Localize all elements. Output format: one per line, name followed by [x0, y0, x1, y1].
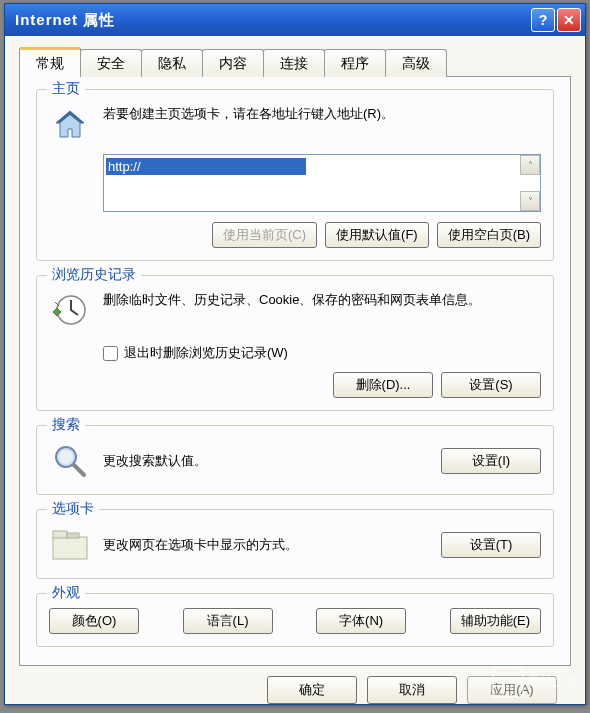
watermark-icon: ⌂: [492, 666, 524, 698]
help-button[interactable]: ?: [531, 8, 555, 32]
ok-button[interactable]: 确定: [267, 676, 357, 704]
tab-connections[interactable]: 连接: [263, 49, 325, 77]
use-default-button[interactable]: 使用默认值(F): [325, 222, 429, 248]
scroll-down-button[interactable]: ˅: [520, 191, 540, 211]
history-legend: 浏览历史记录: [47, 266, 141, 284]
appearance-group: 外观 颜色(O) 语言(L) 字体(N) 辅助功能(E): [36, 593, 554, 647]
language-button[interactable]: 语言(L): [183, 608, 273, 634]
homepage-instruction: 若要创建主页选项卡，请在各地址行键入地址(R)。: [103, 104, 541, 124]
svg-point-2: [59, 450, 73, 464]
tab-advanced[interactable]: 高级: [385, 49, 447, 77]
svg-rect-3: [53, 537, 87, 559]
appearance-legend: 外观: [47, 584, 85, 602]
scroll-up-button[interactable]: ˄: [520, 155, 540, 175]
tabs-icon: [49, 524, 91, 566]
cancel-button[interactable]: 取消: [367, 676, 457, 704]
search-icon: [49, 440, 91, 482]
home-icon: [49, 104, 91, 146]
titlebar[interactable]: Internet 属性 ? ✕: [5, 4, 585, 36]
search-instruction: 更改搜索默认值。: [103, 451, 429, 471]
history-instruction: 删除临时文件、历史记录、Cookie、保存的密码和网页表单信息。: [103, 290, 541, 310]
accessibility-button[interactable]: 辅助功能(E): [450, 608, 541, 634]
fonts-button[interactable]: 字体(N): [316, 608, 406, 634]
homepage-group: 主页 若要创建主页选项卡，请在各地址行键入地址(R)。 ˄ ˅ 使用当前页(C)…: [36, 89, 554, 261]
watermark: ⌂ 系统之家: [492, 666, 580, 698]
svg-rect-4: [53, 531, 67, 538]
tabs-legend: 选项卡: [47, 500, 99, 518]
tab-programs[interactable]: 程序: [324, 49, 386, 77]
delete-on-exit-checkbox[interactable]: [103, 346, 118, 361]
search-settings-button[interactable]: 设置(I): [441, 448, 541, 474]
svg-rect-5: [67, 533, 79, 538]
homepage-legend: 主页: [47, 80, 85, 98]
tab-privacy[interactable]: 隐私: [141, 49, 203, 77]
delete-on-exit-label[interactable]: 退出时删除浏览历史记录(W): [124, 344, 288, 362]
tab-content[interactable]: 内容: [202, 49, 264, 77]
internet-options-dialog: Internet 属性 ? ✕ 常规 安全 隐私 内容 连接 程序 高级 主页: [4, 3, 586, 705]
window-title: Internet 属性: [15, 11, 531, 30]
close-button[interactable]: ✕: [557, 8, 581, 32]
general-panel: 主页 若要创建主页选项卡，请在各地址行键入地址(R)。 ˄ ˅ 使用当前页(C)…: [19, 76, 571, 666]
search-legend: 搜索: [47, 416, 85, 434]
colors-button[interactable]: 颜色(O): [49, 608, 139, 634]
delete-history-button[interactable]: 删除(D)...: [333, 372, 433, 398]
tab-strip: 常规 安全 隐私 内容 连接 程序 高级: [19, 49, 571, 77]
dialog-button-row: 确定 取消 应用(A): [19, 666, 571, 713]
history-settings-button[interactable]: 设置(S): [441, 372, 541, 398]
homepage-url-box: ˄ ˅: [103, 154, 541, 212]
homepage-url-input[interactable]: [106, 158, 306, 175]
history-group: 浏览历史记录 删除临时文件、历史记录、Cookie、保存的密码和网页表单信息。 …: [36, 275, 554, 411]
tabs-instruction: 更改网页在选项卡中显示的方式。: [103, 535, 429, 555]
tab-security[interactable]: 安全: [80, 49, 142, 77]
history-icon: [49, 290, 91, 332]
tabs-group: 选项卡 更改网页在选项卡中显示的方式。 设置(T): [36, 509, 554, 579]
search-group: 搜索 更改搜索默认值。 设置(I): [36, 425, 554, 495]
use-blank-button[interactable]: 使用空白页(B): [437, 222, 541, 248]
tab-general[interactable]: 常规: [19, 47, 81, 77]
watermark-text: 系统之家: [528, 673, 580, 691]
tabs-settings-button[interactable]: 设置(T): [441, 532, 541, 558]
use-current-button: 使用当前页(C): [212, 222, 317, 248]
